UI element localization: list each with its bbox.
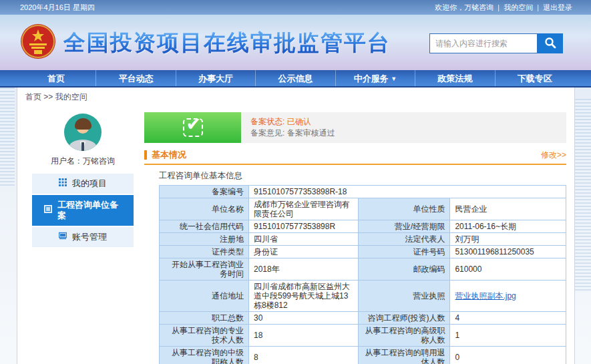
separator: | [537, 3, 539, 11]
field-label: 备案编号 [160, 186, 249, 198]
chevron-down-icon: ▼ [391, 75, 397, 82]
field-label: 从事工程咨询的聘用退休人数 [359, 347, 450, 364]
table-row: 证件类型 身份证 证件号码 513001196811250035 [160, 246, 566, 258]
modify-link[interactable]: 修改>> [541, 150, 566, 161]
field-value: 30 [248, 312, 358, 325]
field-value: 8 [248, 347, 358, 364]
search-box [429, 33, 563, 53]
nav-item-home[interactable]: 首页 [17, 70, 96, 86]
table-row: 单位名称 成都市万铭企业管理咨询有限责任公司 单位性质 民营企业 [160, 198, 566, 220]
field-label: 从事工程咨询的中级职称人数 [160, 347, 249, 364]
filing-status-line: 备案状态: 已确认 [250, 116, 557, 128]
table-title: 工程咨询单位基本信息 [159, 170, 566, 182]
field-label: 营业执照 [359, 281, 450, 312]
sidebar-item-consulting-unit-filing[interactable]: 工程咨询单位备案 [32, 195, 134, 226]
top-bar: 2020年4月16日 星期四 欢迎你，万铭咨询 | 我的空间 | 退出登录 [0, 0, 591, 15]
field-value: 513001196811250035 [450, 246, 566, 258]
section-bar [144, 150, 147, 160]
table-row: 注册地 四川省 法定代表人 刘万明 [160, 233, 566, 246]
field-label: 从事工程咨询的高级职称人数 [359, 325, 450, 347]
nav-item-public-info[interactable]: 公示信息 [256, 70, 335, 86]
table-row: 备案编号 91510107577353898R-18 [160, 186, 566, 198]
field-value: 成都市万铭企业管理咨询有限责任公司 [248, 198, 358, 220]
sidebar-item-my-projects[interactable]: 我的项目 [32, 174, 134, 194]
background-stripes-left [0, 87, 15, 188]
status-banner: ✔ 备案状态: 已确认 备案意见: 备案审核通过 [144, 112, 566, 143]
search-input[interactable] [429, 33, 538, 53]
logout-link[interactable]: 退出登录 [543, 3, 572, 13]
background-stripes-right [575, 99, 591, 293]
table-row: 从事工程咨询的专业技术人数 18 从事工程咨询的高级职称人数 1 [160, 325, 566, 347]
table-row: 职工总数 30 咨询工程师(投资)人数 4 [160, 312, 566, 325]
filing-opinion-line: 备案意见: 备案审核通过 [250, 128, 557, 139]
breadcrumb[interactable]: 首页 >> 我的空间 [17, 87, 574, 106]
site-header: 全国投资项目在线审批监管平台 [0, 15, 591, 70]
nav-item-service-hall[interactable]: 办事大厅 [176, 70, 256, 86]
check-icon: ✔ [183, 118, 203, 137]
sidebar-item-account-management[interactable]: 账号管理 [32, 227, 134, 247]
content-box: 首页 >> 我的空间 用户名：万铭咨询 [17, 87, 575, 364]
field-label: 法定代表人 [359, 233, 450, 246]
avatar [64, 114, 102, 151]
table-row: 通信地址 四川省成都市高新区益州大道中段599号航天城上城13栋8楼812 营业… [160, 281, 566, 312]
nav-item-downloads[interactable]: 下载专区 [496, 70, 574, 86]
field-label: 单位性质 [359, 198, 450, 220]
field-label: 邮政编码 [359, 258, 450, 281]
field-value: 四川省 [248, 233, 358, 246]
main-nav: 首页 平台动态 办事大厅 公示信息 中介服务 ▼ 政策法规 下载专区 [0, 70, 591, 87]
field-value: 1 [450, 325, 566, 347]
field-value: 民营企业 [450, 198, 566, 220]
field-label: 咨询工程师(投资)人数 [359, 312, 450, 325]
field-label: 职工总数 [160, 312, 249, 325]
field-label: 单位名称 [160, 198, 249, 220]
field-value: 0 [450, 347, 566, 364]
grid-icon [59, 178, 67, 189]
basic-info-table: 备案编号 91510107577353898R-18 单位名称 成都市万铭企业管… [159, 185, 566, 364]
magnifier-icon [544, 37, 556, 51]
separator: | [498, 3, 500, 11]
nav-item-platform-news[interactable]: 平台动态 [96, 70, 176, 86]
field-label: 通信地址 [160, 281, 249, 312]
table-row: 开始从事工程咨询业务时间 2018年 邮政编码 610000 [160, 258, 566, 281]
site-title: 全国投资项目在线审批监管平台 [63, 28, 391, 58]
status-icon-box: ✔ [144, 112, 241, 143]
table-row: 从事工程咨询的中级职称人数 8 从事工程咨询的聘用退休人数 0 [160, 347, 566, 364]
status-badge: 已确认 [287, 117, 311, 126]
field-value: 4 [450, 312, 566, 325]
monitor-icon [59, 232, 67, 242]
document-icon [44, 205, 52, 216]
username-label: 用户名：万铭咨询 [32, 156, 134, 167]
field-label: 注册地 [160, 233, 249, 246]
date-text: 2020年4月16日 星期四 [20, 3, 95, 13]
field-label: 证件类型 [160, 246, 249, 258]
field-value: 610000 [450, 258, 566, 281]
nav-item-intermediary-services[interactable]: 中介服务 ▼ [336, 70, 415, 86]
main-panel: ✔ 备案状态: 已确认 备案意见: 备案审核通过 [138, 106, 569, 364]
field-value: 2011-06-16~长期 [450, 220, 566, 233]
field-label: 营业/经营期限 [359, 220, 450, 233]
welcome-text: 欢迎你，万铭咨询 [435, 3, 494, 13]
business-license-link[interactable]: 营业执照副本.jpg [455, 291, 516, 301]
national-emblem-icon [20, 23, 56, 62]
table-row: 统一社会信用代码 91510107577353898R 营业/经营期限 2011… [160, 220, 566, 233]
field-value: 91510107577353898R [248, 220, 358, 233]
field-label: 统一社会信用代码 [160, 220, 249, 233]
field-label: 证件号码 [359, 246, 450, 258]
field-value: 91510107577353898R-18 [248, 186, 566, 198]
section-title: 基本情况 [152, 149, 541, 161]
field-value: 18 [248, 325, 358, 347]
nav-item-policies[interactable]: 政策法规 [415, 70, 495, 86]
page: 2020年4月16日 星期四 欢迎你，万铭咨询 | 我的空间 | 退出登录 全国… [0, 0, 591, 364]
field-label: 从事工程咨询的专业技术人数 [160, 325, 249, 347]
field-value: 2018年 [248, 258, 358, 281]
field-label: 开始从事工程咨询业务时间 [160, 258, 249, 281]
sidebar: 用户名：万铭咨询 我的项目 [23, 106, 138, 364]
search-button[interactable] [538, 33, 563, 53]
my-space-link[interactable]: 我的空间 [504, 3, 533, 13]
field-value: 刘万明 [450, 233, 566, 246]
field-value: 身份证 [248, 246, 358, 258]
section-header: 基本情况 修改>> [144, 149, 566, 165]
field-value: 营业执照副本.jpg [450, 281, 566, 312]
field-value: 四川省成都市高新区益州大道中段599号航天城上城13栋8楼812 [248, 281, 358, 312]
